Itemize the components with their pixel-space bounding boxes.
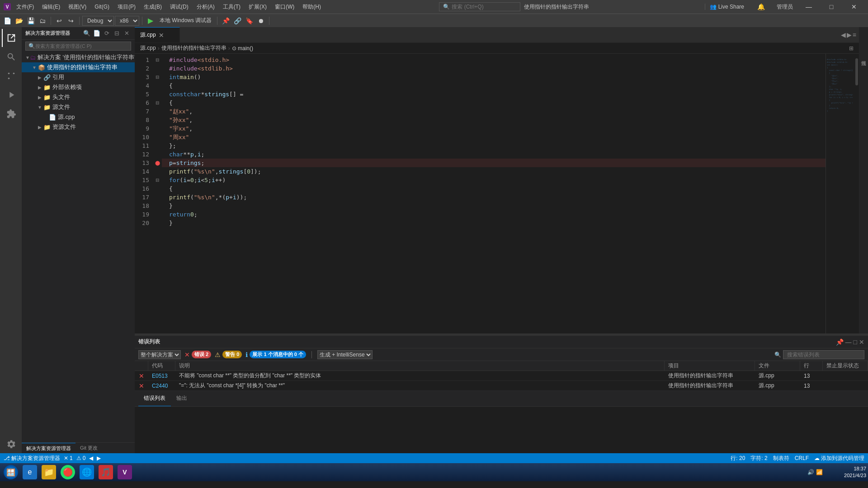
menu-tools[interactable]: 工具(T) bbox=[220, 3, 243, 11]
platform-dropdown[interactable]: x86 bbox=[115, 16, 139, 26]
tab-list-icon[interactable]: ≡ bbox=[853, 31, 856, 38]
start-button[interactable]: 🪟 bbox=[2, 464, 20, 480]
status-nav-next[interactable]: ▶ bbox=[97, 455, 101, 461]
activity-git[interactable] bbox=[2, 67, 20, 85]
open-button[interactable]: 📂 bbox=[14, 15, 24, 26]
tab-output[interactable]: 输出 bbox=[171, 391, 193, 406]
panel-pin-icon[interactable]: 📌 bbox=[836, 338, 844, 346]
warning-count-filter[interactable]: ⚠ 警告 0 bbox=[215, 351, 242, 358]
breakpoint-button[interactable]: ⏺ bbox=[255, 15, 266, 26]
menu-help[interactable]: 帮助(H) bbox=[300, 3, 324, 11]
new-file-button[interactable]: 📄 bbox=[2, 15, 13, 26]
tree-item-references[interactable]: ▶ 🔗 引用 bbox=[22, 72, 135, 82]
tab-scroll-right[interactable]: ▶ bbox=[847, 31, 852, 38]
live-share-button[interactable]: 👥 Live Share bbox=[705, 4, 749, 10]
bookmark-button[interactable]: 🔖 bbox=[244, 15, 255, 26]
title-search-input[interactable] bbox=[452, 4, 516, 10]
info-count-filter[interactable]: ℹ 展示 1 个消息中的 0 个 bbox=[245, 351, 306, 358]
status-errors[interactable]: ✕ 1 bbox=[64, 455, 73, 461]
redo-button[interactable]: ↪ bbox=[66, 15, 76, 26]
status-warnings[interactable]: ⚠ 0 bbox=[76, 455, 86, 461]
tab-error-list[interactable]: 错误列表 bbox=[138, 391, 171, 406]
scrollbar-thumb[interactable] bbox=[855, 58, 858, 85]
menu-git[interactable]: Git(G) bbox=[92, 4, 112, 10]
error-col-line[interactable]: 行 bbox=[800, 361, 823, 371]
se-refresh-icon[interactable]: ⟳ bbox=[102, 29, 111, 38]
error-col-code[interactable]: 代码 bbox=[148, 361, 175, 371]
tree-item-source-files[interactable]: ▼ 📁 源文件 bbox=[22, 102, 135, 112]
error-scope-dropdown[interactable]: 整个解决方案 bbox=[138, 350, 181, 359]
editor-scrollbar[interactable] bbox=[853, 54, 859, 333]
tray-volume[interactable]: 📶 bbox=[816, 469, 823, 475]
tab-scroll-left[interactable]: ◀ bbox=[841, 31, 846, 38]
vs-button[interactable]: V bbox=[116, 464, 134, 480]
menu-debug[interactable]: 调试(D) bbox=[167, 3, 191, 11]
debug-detach-button[interactable]: 🔗 bbox=[232, 15, 243, 26]
panel-minimize-icon[interactable]: — bbox=[845, 338, 852, 346]
media-button[interactable]: 🎵 bbox=[97, 464, 115, 480]
maximize-button[interactable]: □ bbox=[821, 0, 842, 14]
activity-search[interactable] bbox=[2, 48, 20, 66]
status-line-ending[interactable]: CRLF bbox=[795, 455, 809, 461]
tree-item-source-cpp[interactable]: 📄 源.cpp bbox=[22, 112, 135, 122]
tab-source-cpp[interactable]: 源.cpp ✕ bbox=[135, 27, 180, 42]
undo-button[interactable]: ↩ bbox=[54, 15, 65, 26]
tree-item-resources[interactable]: ▶ 📁 资源文件 bbox=[22, 122, 135, 132]
status-line[interactable]: 行: 20 bbox=[731, 455, 745, 462]
menu-extensions[interactable]: 扩展(X) bbox=[246, 3, 269, 11]
error-col-desc[interactable]: 说明 bbox=[175, 361, 665, 371]
tree-item-solution[interactable]: ▼ 🗂 解决方案 '使用指针的指针输出字符串' bbox=[22, 52, 135, 62]
error-col-file[interactable]: 文件 bbox=[755, 361, 800, 371]
menu-project[interactable]: 项目(P) bbox=[115, 3, 138, 11]
menu-edit[interactable]: 编辑(E) bbox=[39, 3, 63, 11]
menu-analyze[interactable]: 分析(A) bbox=[194, 3, 217, 11]
close-button[interactable]: ✕ bbox=[844, 0, 864, 14]
breadcrumb-path[interactable]: 使用指针的指针输出字符串 bbox=[161, 44, 226, 52]
tray-network[interactable]: 🔊 bbox=[807, 469, 814, 475]
tree-item-headers[interactable]: ▶ 📁 头文件 bbox=[22, 92, 135, 102]
run-button[interactable]: ▶ bbox=[145, 15, 156, 26]
menu-build[interactable]: 生成(B) bbox=[141, 3, 165, 11]
activity-settings[interactable] bbox=[2, 435, 20, 453]
breadcrumb-collapse[interactable]: ⊞ bbox=[849, 45, 854, 52]
error-col-project[interactable]: 项目 bbox=[665, 361, 755, 371]
properties-panel-icon[interactable]: 属性 bbox=[859, 54, 868, 60]
manage-button[interactable]: 管理员 bbox=[773, 3, 797, 11]
ie-button[interactable]: e bbox=[21, 464, 39, 480]
breadcrumb-scope[interactable]: ⊙ main() bbox=[232, 45, 253, 52]
status-nav-prev[interactable]: ◀ bbox=[89, 455, 93, 461]
save-button[interactable]: 💾 bbox=[25, 15, 36, 26]
menu-window[interactable]: 窗口(W) bbox=[272, 3, 297, 11]
activity-extensions[interactable] bbox=[2, 105, 20, 123]
se-collapse-icon[interactable]: ⊟ bbox=[112, 29, 121, 38]
minimize-button[interactable]: — bbox=[798, 0, 819, 14]
tab-git-changes[interactable]: Git 更改 bbox=[75, 443, 102, 453]
panel-maximize-icon[interactable]: □ bbox=[854, 338, 857, 346]
error-search-input[interactable] bbox=[783, 350, 864, 359]
tab-solution-explorer[interactable]: 解决方案资源管理器 bbox=[22, 443, 75, 453]
explorer-button[interactable]: 📁 bbox=[40, 464, 58, 480]
activity-explorer[interactable] bbox=[2, 29, 20, 47]
menu-file[interactable]: 文件(F) bbox=[14, 3, 37, 11]
solution-search-input[interactable] bbox=[35, 43, 128, 49]
tab-close-icon[interactable]: ✕ bbox=[159, 32, 164, 39]
browser-button[interactable]: 🌐 bbox=[78, 464, 96, 480]
error-col-suppress[interactable]: 禁止显示状态 bbox=[823, 361, 868, 371]
debug-config-dropdown[interactable]: Debug bbox=[82, 16, 114, 26]
se-new-file-icon[interactable]: 📄 bbox=[92, 29, 101, 38]
tree-item-external-deps[interactable]: ▶ 📁 外部依赖项 bbox=[22, 82, 135, 92]
se-close-icon[interactable]: ✕ bbox=[122, 29, 131, 38]
code-content[interactable]: #include <stdio.h> #include <stdlib.h> i… bbox=[162, 54, 826, 333]
error-row-1[interactable]: ✕ E0513 不能将 "const char **" 类型的值分配到 "cha… bbox=[135, 371, 868, 381]
status-add-to-source[interactable]: ☁ 添加到源代码管理 bbox=[814, 455, 864, 462]
build-filter-dropdown[interactable]: 生成 + IntelliSense bbox=[317, 350, 373, 359]
status-encoding[interactable]: 制表符 bbox=[773, 455, 789, 462]
save-all-button[interactable]: 🗂 bbox=[37, 15, 48, 26]
error-count-filter[interactable]: ✕ 错误 2 bbox=[184, 351, 211, 358]
tree-item-project[interactable]: ▼ 📦 使用指针的指针输出字符串 bbox=[22, 62, 135, 72]
error-row-2[interactable]: ✕ C2440 "=": 无法从 "const char *[4]" 转换为 "… bbox=[135, 381, 868, 391]
circle-app-button[interactable]: 🔴 bbox=[59, 464, 77, 480]
debug-attach-button[interactable]: 📌 bbox=[220, 15, 231, 26]
status-branch[interactable]: ⎇ 解决方案资源管理器 bbox=[4, 455, 60, 462]
breadcrumb-filename[interactable]: 源.cpp bbox=[140, 44, 156, 52]
